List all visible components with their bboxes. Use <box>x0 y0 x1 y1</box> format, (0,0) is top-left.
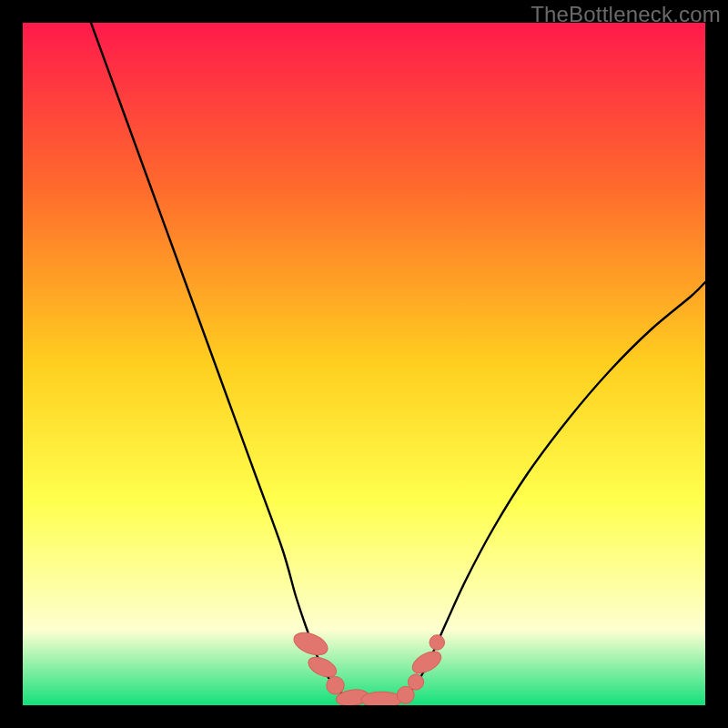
data-marker <box>361 692 402 705</box>
plot-area <box>23 23 705 705</box>
outer-frame: TheBottleneck.com <box>0 0 728 728</box>
watermark-text: TheBottleneck.com <box>531 2 721 27</box>
gradient-background <box>23 23 705 705</box>
bottleneck-chart <box>23 23 705 705</box>
data-marker <box>408 674 423 690</box>
data-marker <box>430 635 445 651</box>
data-marker <box>327 677 345 695</box>
